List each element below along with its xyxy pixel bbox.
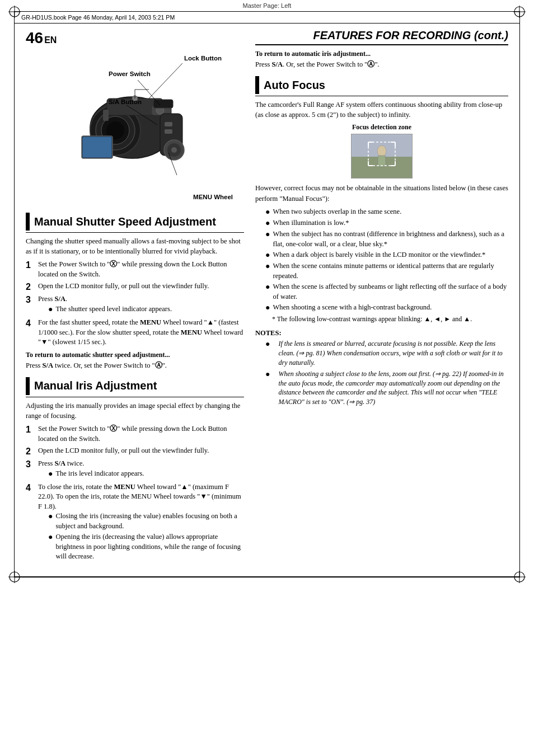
iris-step-4: 4 To close the iris, rotate the MENU Whe… [26, 482, 244, 563]
left-column: 46 EN [26, 29, 244, 565]
af-bullet-6: ● When the scene is affected by sunbeams… [265, 282, 508, 302]
af-intro2: However, correct focus may not be obtain… [255, 183, 508, 203]
af-bullet-2: ● When illumination is low.* [265, 218, 508, 228]
notes-label: NOTES: [255, 329, 508, 337]
step-content-2: Open the LCD monitor fully, or pull out … [38, 281, 244, 292]
note-1: ● If the lens is smeared or blurred, acc… [265, 339, 508, 367]
iris-step-2: 2 Open the LCD monitor fully, or pull ou… [26, 446, 244, 457]
shutter-step-1: 1 Set the Power Switch to "Ⓧ" while pres… [26, 260, 244, 279]
focus-zone-svg [352, 134, 412, 178]
shutter-return-text: Press S/A twice. Or, set the Power Switc… [26, 360, 244, 370]
iris-step3-bullet: ● The iris level indicator appears. [48, 469, 244, 479]
step-num-2: 2 [26, 281, 36, 292]
shutter-return-heading: To return to automatic shutter speed adj… [26, 351, 244, 359]
af-bullet-4: ● When a dark object is barely visible i… [265, 250, 508, 260]
page-number-suffix: EN [44, 35, 57, 45]
step-content-4: For the fast shutter speed, rotate the M… [38, 318, 244, 348]
svg-rect-28 [153, 100, 173, 108]
callout-sa-button: S/A Button [109, 98, 142, 105]
iris-step-num-3: 3 [26, 459, 36, 480]
note-2: ● When shooting a subject close to the l… [265, 369, 508, 407]
svg-rect-21 [83, 137, 111, 157]
iris-return-text: Press S/A. Or, set the Power Switch to "… [255, 59, 508, 69]
af-bullet-3: ● When the subject has no contrast (diff… [265, 229, 508, 249]
focus-zone-image [351, 134, 413, 179]
svg-rect-41 [378, 156, 386, 167]
reg-mark-bl [8, 571, 21, 583]
svg-rect-26 [165, 122, 172, 126]
step-num-4: 4 [26, 318, 36, 348]
section-af-heading: Auto Focus [255, 76, 508, 96]
step-num-1: 1 [26, 260, 36, 279]
page: Master Page: Left GR-HD1US.book Page 46 … [0, 0, 534, 756]
section-af-title: Auto Focus [264, 79, 325, 92]
chapter-title: FEATURES FOR RECORDING (cont.) [255, 29, 508, 45]
iris-step4-bullet2: ● Opening the iris (decreasing the value… [48, 532, 244, 562]
af-body: The camcorder's Full Range AF system off… [255, 100, 508, 120]
focus-zone-label: Focus detection zone [255, 123, 508, 132]
section-iris-title: Manual Iris Adjustment [34, 379, 157, 392]
shutter-to-return: To return to automatic shutter speed adj… [26, 351, 244, 370]
right-column: FEATURES FOR RECORDING (cont.) To return… [255, 29, 508, 565]
svg-point-40 [377, 145, 386, 157]
shutter-step-3: 3 Press S/A. ● The shutter speed level i… [26, 294, 244, 316]
svg-point-25 [171, 147, 177, 153]
file-info-text: GR-HD1US.book Page 46 Monday, April 14, … [21, 14, 175, 21]
step-content-3: Press S/A. ● The shutter speed level ind… [38, 294, 244, 316]
af-asterisk-note: * The following low-contrast warnings ap… [272, 315, 508, 323]
iris-step-num-4: 4 [26, 482, 36, 563]
iris-body: Adjusting the iris manually provides an … [26, 401, 244, 421]
iris-step-content-1: Set the Power Switch to "Ⓧ" while pressi… [38, 424, 244, 444]
reg-mark-tl [8, 6, 21, 18]
iris-step-content-4: To close the iris, rotate the MENU Wheel… [38, 482, 244, 563]
shutter-step-2: 2 Open the LCD monitor fully, or pull ou… [26, 281, 244, 292]
af-bullet-5: ● When the scene contains minute pattern… [265, 261, 508, 281]
step-num-3: 3 [26, 294, 36, 316]
af-bullet-1: ● When two subjects overlap in the same … [265, 207, 508, 217]
iris-step-content-3: Press S/A twice. ● The iris level indica… [38, 459, 244, 480]
main-content: 46 EN [15, 24, 519, 576]
iris-step-3: 3 Press S/A twice. ● The iris level indi… [26, 459, 244, 480]
page-number-block: 46 EN [26, 29, 244, 47]
iris-step-num-1: 1 [26, 424, 36, 444]
callout-menu-wheel: MENU Wheel [193, 194, 233, 200]
iris-step-content-2: Open the LCD monitor fully, or pull out … [38, 446, 244, 457]
page-number: 46 [26, 29, 43, 47]
iris-step-1: 1 Set the Power Switch to "Ⓧ" while pres… [26, 424, 244, 444]
section-shutter-heading: Manual Shutter Speed Adjustment [26, 213, 244, 233]
shutter-step-4: 4 For the fast shutter speed, rotate the… [26, 318, 244, 348]
reg-mark-br [513, 571, 526, 583]
af-bullet-7: ● When shooting a scene with a high-cont… [265, 303, 508, 313]
file-info-bar: GR-HD1US.book Page 46 Monday, April 14, … [15, 12, 519, 24]
reg-mark-tr [513, 6, 526, 18]
section-bar [26, 213, 30, 231]
master-page-label: Master Page: Left [0, 0, 534, 11]
section-af-bar [255, 76, 259, 94]
section-iris-bar [26, 377, 30, 395]
bottom-border-line [15, 576, 519, 577]
callout-lock-button: Lock Button [184, 55, 222, 62]
content-wrapper: GR-HD1US.book Page 46 Monday, April 14, … [14, 11, 520, 577]
iris-to-return: To return to automatic iris adjustment..… [255, 50, 508, 69]
callout-power-switch: Power Switch [109, 71, 151, 77]
step-content-1: Set the Power Switch to "Ⓧ" while pressi… [38, 260, 244, 279]
section-iris-heading: Manual Iris Adjustment [26, 377, 244, 397]
iris-step4-bullet1: ● Closing the iris (increasing the value… [48, 511, 244, 531]
svg-rect-30 [103, 110, 109, 121]
iris-return-heading: To return to automatic iris adjustment..… [255, 50, 508, 58]
svg-rect-27 [165, 129, 172, 134]
shutter-body: Changing the shutter speed manually allo… [26, 236, 244, 256]
shutter-step3-bullet: ● The shutter speed level indicator appe… [48, 304, 244, 314]
iris-step-num-2: 2 [26, 446, 36, 457]
section-shutter-title: Manual Shutter Speed Adjustment [34, 215, 216, 228]
camera-diagram: Lock Button Pow [26, 49, 244, 206]
